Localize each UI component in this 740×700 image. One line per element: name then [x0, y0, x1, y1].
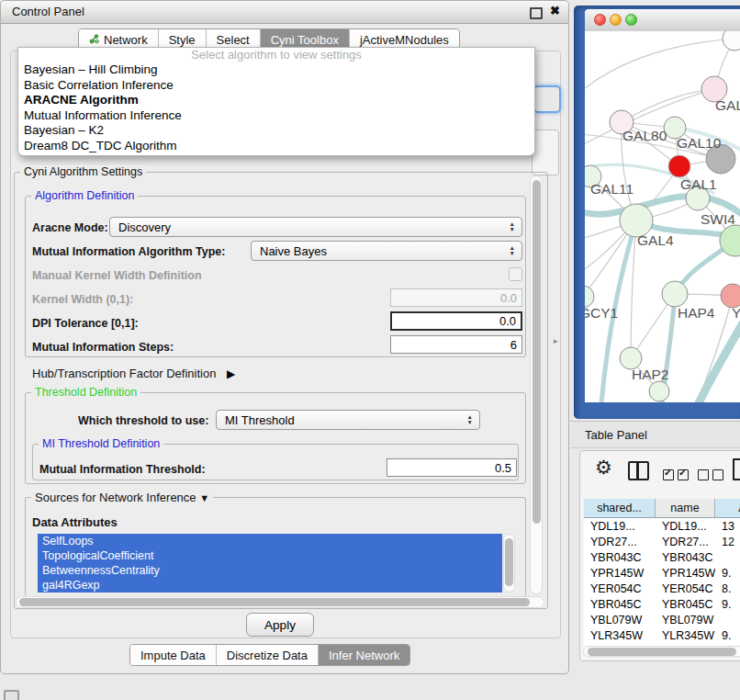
aracne-mode-label: Aracne Mode:: [32, 221, 108, 234]
control-panel-window: Control Panel ✖ Network Style Select: [0, 0, 569, 674]
table-row[interactable]: YER054C YER054C 8.: [584, 581, 740, 596]
control-panel-title: Control Panel: [12, 5, 84, 18]
mi-threshold-input[interactable]: 0.5: [387, 458, 517, 477]
cell-name: YER054C: [656, 581, 715, 596]
hub-definition-label: Hub/Transcription Factor Definition: [32, 367, 216, 380]
checked-box-icon: [678, 469, 689, 480]
expanded-arrow-icon: ▼: [199, 492, 209, 503]
aracne-mode-combo[interactable]: Discovery ▲▼: [109, 217, 522, 237]
table-row[interactable]: YDR27... YDR27... 12: [584, 534, 740, 549]
table-header-row: shared... name A: [584, 499, 740, 518]
scrollbar-thumb[interactable]: [533, 180, 541, 524]
minimized-panel-icon[interactable]: [4, 690, 19, 700]
table-data-combo-fragment[interactable]: [532, 130, 559, 175]
cell-name: YDR27...: [656, 534, 715, 549]
close-icon[interactable]: ✖: [550, 4, 560, 17]
sources-legend[interactable]: Sources for Network Inference ▼: [31, 491, 213, 504]
close-traffic-light[interactable]: [594, 14, 606, 26]
mi-steps-label: Mutual Information Steps:: [32, 341, 174, 354]
kernel-width-input[interactable]: 0.0: [390, 288, 522, 307]
table-row[interactable]: YBR043C YBR043C: [584, 549, 740, 565]
tab-style-label: Style: [169, 33, 196, 47]
apply-button-label: Apply: [264, 618, 296, 632]
cell-shared-name: YDL19...: [584, 518, 656, 534]
minimize-traffic-light[interactable]: [610, 14, 622, 26]
node-label: HAP2: [632, 367, 669, 382]
algorithm-option[interactable]: Bayesian – K2: [18, 123, 534, 139]
dpi-tolerance-input[interactable]: 0.0: [390, 311, 522, 331]
algorithm-definition-legend: Algorithm Definition: [31, 189, 138, 202]
which-threshold-combo[interactable]: MI Threshold ▲▼: [216, 410, 480, 430]
mi-steps-input[interactable]: 6: [390, 335, 522, 354]
cell-name: YBR045C: [656, 596, 715, 612]
panel-divider-arrow-icon[interactable]: ▸: [554, 336, 558, 345]
column-header-shared-name[interactable]: shared...: [584, 499, 656, 518]
new-table-icon[interactable]: [733, 458, 740, 480]
unselect-all-columns-icon[interactable]: [698, 466, 727, 482]
tab-infer-network[interactable]: Infer Network: [319, 645, 409, 665]
aracne-mode-value: Discovery: [118, 220, 171, 234]
mi-algorithm-type-label: Mutual Information Algorithm Type:: [32, 245, 225, 258]
apply-button[interactable]: Apply: [246, 613, 314, 637]
settings-horizontal-scrollbar[interactable]: [16, 596, 544, 608]
node-label: GAL4: [637, 232, 674, 248]
algorithm-option[interactable]: Bayesian – Hill Climbing: [18, 62, 534, 78]
hub-definition-toggle[interactable]: Hub/Transcription Factor Definition ▶: [32, 367, 235, 380]
cell-value: 13: [715, 518, 740, 534]
attribute-list-scrollbar[interactable]: [503, 534, 515, 593]
attribute-item-selected[interactable]: TopologicalCoefficient: [38, 548, 502, 563]
manual-kernel-width-checkbox[interactable]: [509, 267, 522, 281]
attribute-item-selected[interactable]: gal4RGexp: [38, 578, 502, 593]
cyni-algorithm-settings-legend: Cyni Algorithm Settings: [20, 165, 146, 178]
cell-shared-name: YBR043C: [584, 549, 656, 565]
tab-impute-data-label: Impute Data: [140, 649, 206, 662]
network-canvas[interactable]: GAL GAL80 GAL10 GAL1 GAL11 SWI4 GAL4 GCY…: [585, 31, 740, 402]
tab-impute-data[interactable]: Impute Data: [130, 645, 217, 665]
network-window-titlebar[interactable]: [585, 9, 740, 32]
sources-legend-label: Sources for Network Inference: [35, 491, 196, 504]
mi-algorithm-type-combo[interactable]: Naive Bayes ▲▼: [251, 241, 522, 261]
tab-jactivemnodules-label: jActiveMNodules: [360, 33, 449, 47]
gear-icon[interactable]: ⚙: [595, 458, 612, 477]
scrollbar-thumb[interactable]: [19, 598, 530, 606]
node-label: GAL80: [622, 128, 667, 143]
node-label: GCY1: [585, 305, 618, 321]
tab-cyni-toolbox-label: Cyni Toolbox: [271, 33, 339, 47]
attribute-item-selected[interactable]: BetweennessCentrality: [38, 563, 502, 578]
node-label: GAL11: [590, 181, 633, 197]
node: [723, 31, 740, 51]
network-view-window: GAL GAL80 GAL10 GAL1 GAL11 SWI4 GAL4 GCY…: [574, 6, 740, 419]
tab-discretize-data[interactable]: Discretize Data: [217, 645, 319, 665]
inference-algorithm-combo-fragment[interactable]: [533, 85, 561, 113]
table-horizontal-scrollbar[interactable]: [583, 646, 740, 657]
table-rows: YDL19... YDL19... 13 YDR27... YDR27... 1…: [584, 518, 740, 651]
table-row[interactable]: YPR145W YPR145W 9.: [584, 565, 740, 581]
settings-vertical-scrollbar[interactable]: [530, 175, 543, 594]
column-header-name[interactable]: name: [656, 499, 715, 518]
cell-value: 8.: [715, 581, 740, 596]
table-panel-body: ⚙ shared... name A YDL19... YDL19... 13 …: [579, 450, 740, 661]
column-header-third[interactable]: A: [715, 499, 740, 518]
select-all-columns-icon[interactable]: [663, 466, 692, 482]
cell-shared-name: YBL079W: [584, 612, 656, 627]
column-layout-icon[interactable]: [628, 461, 649, 480]
table-row[interactable]: YBR045C YBR045C 9.: [584, 596, 740, 612]
scrollbar-thumb[interactable]: [505, 538, 513, 586]
mi-threshold-value: 0.5: [495, 461, 511, 475]
stepper-icon: ▲▼: [510, 245, 515, 256]
algorithm-option[interactable]: Dream8 DC_TDC Algorithm: [18, 139, 534, 154]
attribute-item-selected[interactable]: SelfLoops: [38, 534, 502, 548]
node-label: HAP4: [678, 305, 715, 321]
node-table: shared... name A YDL19... YDL19... 13 YD…: [584, 499, 740, 651]
table-row[interactable]: YLR345W YLR345W 9.: [584, 627, 740, 643]
algorithm-option[interactable]: Mutual Information Inference: [18, 108, 534, 124]
algorithm-option-selected[interactable]: ARACNE Algorithm: [18, 93, 534, 108]
cell-value: [715, 612, 740, 627]
algorithm-option[interactable]: Basic Correlation Inference: [18, 78, 534, 94]
zoom-traffic-light[interactable]: [625, 14, 637, 26]
scrollbar-thumb[interactable]: [588, 648, 736, 656]
table-row[interactable]: YBL079W YBL079W: [584, 612, 740, 627]
table-row[interactable]: YDL19... YDL19... 13: [584, 518, 740, 534]
node: [662, 281, 688, 307]
float-window-icon[interactable]: [530, 7, 543, 19]
